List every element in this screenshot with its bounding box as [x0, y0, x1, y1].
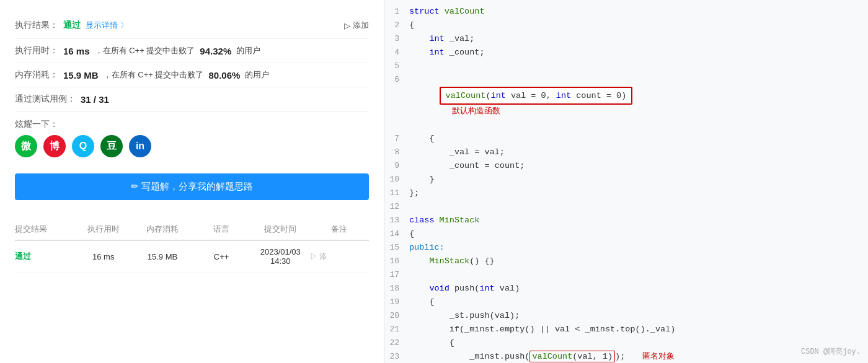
detail-link[interactable]: 显示详情 〉	[86, 20, 128, 31]
line-num-9: 9	[384, 159, 409, 173]
col-result: 提交结果	[15, 224, 74, 235]
sub-add[interactable]: ▷ 添	[310, 251, 369, 262]
code-content-22: {	[409, 336, 868, 350]
code-line-23: 23 _minst.push(valCount(val, 1)); 匿名对象	[384, 350, 868, 363]
code-content-12	[409, 200, 868, 214]
code-line-14: 14 {	[384, 227, 868, 241]
code-line-15: 15 public:	[384, 241, 868, 255]
code-content-15: public:	[409, 241, 868, 255]
code-content-7: {	[409, 132, 868, 146]
code-line-18: 18 void push(int val)	[384, 282, 868, 295]
write-solution-button[interactable]: ✏ 写题解，分享我的解题思路	[15, 173, 369, 200]
code-content-20: _st.push(val);	[409, 309, 868, 323]
line-num-19: 19	[384, 295, 409, 309]
code-content-5	[409, 59, 868, 73]
line-num-15: 15	[384, 241, 409, 255]
code-line-4: 4 int _count;	[384, 46, 868, 59]
code-line-6: 6 valCount(int val = 0, int count = 0) 默…	[384, 73, 868, 132]
time-row: 执行用时： 16 ms ，在所有 C++ 提交中击败了 94.32% 的用户	[15, 39, 369, 63]
code-content-19: {	[409, 295, 868, 309]
line-num-17: 17	[384, 268, 409, 282]
social-icons-group: 微 博 Q 豆 in	[15, 135, 369, 167]
code-line-9: 9 _count = count;	[384, 159, 868, 173]
result-row: 执行结果： 通过 显示详情 〉 ▷ 添加	[15, 12, 369, 39]
code-line-10: 10 }	[384, 173, 868, 186]
code-content-17	[409, 268, 868, 282]
annotation-anonymous-object: 匿名对象	[642, 352, 675, 361]
line-num-6: 6	[384, 73, 409, 87]
code-line-13: 13 class MinStack	[384, 214, 868, 227]
line-num-13: 13	[384, 214, 409, 227]
memory-label: 内存消耗：	[15, 69, 58, 81]
code-content-6: valCount(int val = 0, int count = 0) 默认构…	[409, 73, 868, 132]
time-suffix: 的用户	[236, 45, 260, 56]
time-value: 16 ms	[63, 46, 90, 56]
code-line-1: 1 struct valCount	[384, 5, 868, 19]
line-num-3: 3	[384, 32, 409, 46]
pass-badge: 通过	[63, 20, 81, 31]
code-content-10: }	[409, 173, 868, 186]
add-icon: ▷	[344, 21, 350, 30]
line-num-20: 20	[384, 309, 409, 323]
testcase-label: 通过测试用例：	[15, 94, 76, 105]
memory-percent: 80.06%	[209, 70, 241, 81]
douban-icon[interactable]: 豆	[100, 135, 123, 157]
code-panel: 1 struct valCount 2 { 3 int _val; 4 int …	[384, 0, 868, 363]
inline-highlight-box: valCount(val, 1)	[529, 351, 615, 362]
line-num-5: 5	[384, 59, 409, 73]
line-num-14: 14	[384, 227, 409, 241]
line-num-22: 22	[384, 336, 409, 350]
submissions-section: 提交结果 执行用时 内存消耗 语言 提交时间 备注 通过 16 ms 15.9 …	[15, 219, 369, 273]
code-line-7: 7 {	[384, 132, 868, 146]
sub-lang: C++	[192, 252, 251, 261]
code-content-2: {	[409, 19, 868, 32]
memory-value: 15.9 MB	[63, 70, 99, 81]
left-panel: 执行结果： 通过 显示详情 〉 ▷ 添加 执行用时： 16 ms ，在所有 C+…	[0, 0, 384, 363]
line-num-7: 7	[384, 132, 409, 146]
qq-icon[interactable]: Q	[72, 135, 94, 157]
line-num-21: 21	[384, 323, 409, 336]
col-time: 执行用时	[74, 224, 133, 235]
code-line-2: 2 {	[384, 19, 868, 32]
line-num-23: 23	[384, 350, 409, 363]
add-button[interactable]: ▷ 添加	[344, 20, 369, 31]
code-line-11: 11 };	[384, 186, 868, 200]
memory-row: 内存消耗： 15.9 MB ，在所有 C++ 提交中击败了 80.06% 的用户	[15, 63, 369, 87]
time-label: 执行用时：	[15, 45, 58, 56]
code-content-23: _minst.push(valCount(val, 1)); 匿名对象	[409, 350, 868, 363]
code-line-3: 3 int _val;	[384, 32, 868, 46]
share-label: 炫耀一下：	[15, 112, 369, 135]
weibo-icon[interactable]: 博	[43, 135, 66, 157]
code-content-9: _count = count;	[409, 159, 868, 173]
line-num-12: 12	[384, 200, 409, 214]
code-line-8: 8 _val = val;	[384, 146, 868, 159]
line-num-11: 11	[384, 186, 409, 200]
line-num-8: 8	[384, 146, 409, 159]
code-content-4: int _count;	[409, 46, 868, 59]
code-content-8: _val = val;	[409, 146, 868, 159]
col-date: 提交时间	[251, 224, 310, 235]
code-line-20: 20 _st.push(val);	[384, 309, 868, 323]
code-line-19: 19 {	[384, 295, 868, 309]
code-content-13: class MinStack	[409, 214, 868, 227]
code-line-12: 12	[384, 200, 868, 214]
code-line-16: 16 MinStack() {}	[384, 255, 868, 268]
time-percent: 94.32%	[200, 46, 231, 56]
line-num-10: 10	[384, 173, 409, 186]
line-num-16: 16	[384, 255, 409, 268]
code-line-21: 21 if(_minst.empty() || val < _minst.top…	[384, 323, 868, 336]
submission-row: 通过 16 ms 15.9 MB C++ 2023/01/03 14:30 ▷ …	[15, 241, 369, 273]
code-content-1: struct valCount	[409, 5, 868, 19]
wechat-icon[interactable]: 微	[15, 135, 37, 157]
sub-time: 16 ms	[74, 252, 133, 261]
memory-suffix: 的用户	[245, 69, 269, 81]
line-num-18: 18	[384, 282, 409, 295]
code-line-17: 17	[384, 268, 868, 282]
code-content-21: if(_minst.empty() || val < _minst.top().…	[409, 323, 868, 336]
memory-desc: ，在所有 C++ 提交中击败了	[104, 69, 204, 81]
code-content-18: void push(int val)	[409, 282, 868, 295]
testcase-row: 通过测试用例： 31 / 31	[15, 87, 369, 112]
code-content-16: MinStack() {}	[409, 255, 868, 268]
linkedin-icon[interactable]: in	[129, 135, 151, 157]
testcase-value: 31 / 31	[81, 94, 109, 105]
